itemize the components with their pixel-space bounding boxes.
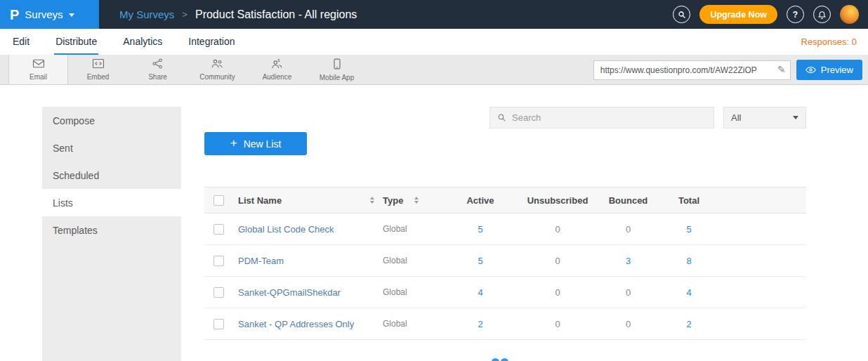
community-icon (211, 58, 224, 72)
sidebar-item-lists[interactable]: Lists (42, 189, 181, 216)
toolbar-item-email[interactable]: Email (8, 55, 68, 84)
sidebar-item-templates[interactable]: Templates (42, 216, 181, 244)
total-count[interactable]: 5 (659, 224, 719, 235)
chevron-down-icon (69, 13, 74, 17)
help-icon[interactable]: ? (787, 6, 804, 23)
edit-pencil-icon[interactable]: ✎ (777, 64, 786, 75)
mobile-app-icon (333, 58, 341, 72)
toolbar-item-share[interactable]: Share (128, 55, 188, 84)
active-count[interactable]: 5 (443, 224, 518, 235)
total-count[interactable]: 2 (659, 319, 719, 329)
bounced-count: 0 (598, 319, 659, 329)
lists-table: List Name Type Active Unsubscribed Bounc… (204, 187, 806, 340)
row-checkbox[interactable] (213, 319, 224, 329)
table-header-row: List Name Type Active Unsubscribed Bounc… (204, 187, 806, 214)
breadcrumb-my-surveys[interactable]: My Surveys (119, 8, 174, 20)
share-icon (152, 58, 164, 72)
active-count[interactable]: 2 (443, 319, 518, 329)
tab-distribute[interactable]: Distribute (54, 29, 98, 55)
main-content: Compose Sent Scheduled Lists Templates A… (0, 86, 868, 361)
survey-url-field: ✎ (593, 60, 791, 80)
unsubscribed-count: 0 (518, 224, 598, 235)
filter-value: All (731, 112, 741, 123)
toolbar-item-label: Mobile App (320, 74, 354, 81)
top-header: P Surveys My Surveys > Product Satisfact… (0, 0, 868, 29)
total-count[interactable]: 8 (659, 256, 719, 266)
table-row: PDM-Team Global 5 0 3 8 (204, 245, 806, 277)
search-icon[interactable] (673, 6, 690, 23)
search-box (489, 107, 714, 129)
table-row: Global List Code Check Global 5 0 0 5 (204, 214, 806, 245)
list-type: Global (383, 319, 407, 329)
bounced-count: 0 (598, 224, 659, 235)
list-name-link[interactable]: Global List Code Check (238, 224, 334, 235)
distribute-sidebar: Compose Sent Scheduled Lists Templates (42, 107, 181, 361)
active-count[interactable]: 5 (443, 256, 518, 266)
survey-url-input[interactable] (593, 60, 791, 80)
list-name-link[interactable]: PDM-Team (238, 256, 284, 266)
plus-icon: + (230, 136, 237, 150)
toolbar-item-label: Community (199, 73, 235, 81)
column-header-total: Total (659, 195, 719, 206)
tab-analytics[interactable]: Analytics (121, 29, 164, 55)
product-switcher[interactable]: P Surveys (0, 0, 99, 29)
toolbar-item-mobile-app[interactable]: Mobile App (307, 55, 367, 84)
row-checkbox[interactable] (213, 287, 224, 298)
column-header-unsubscribed: Unsubscribed (518, 195, 598, 206)
preview-button[interactable]: Preview (796, 60, 862, 80)
list-name-link[interactable]: Sanket - QP Addresses Only (238, 319, 354, 329)
sidebar-item-compose[interactable]: Compose (42, 107, 181, 134)
column-header-list-name[interactable]: List Name (238, 195, 282, 206)
svg-text:$: $ (277, 58, 280, 63)
toolbar-item-label: Embed (87, 73, 110, 81)
search-icon (497, 113, 506, 122)
sidebar-item-sent[interactable]: Sent (42, 134, 181, 162)
new-list-label: New List (244, 138, 282, 150)
email-icon (32, 58, 45, 72)
page-title: Product Satisfaction - All regions (195, 8, 357, 21)
sort-icon[interactable] (414, 197, 419, 204)
column-header-active: Active (443, 195, 518, 206)
tab-edit[interactable]: Edit (11, 29, 31, 55)
new-list-button[interactable]: + New List (204, 132, 307, 155)
active-count[interactable]: 4 (443, 287, 518, 298)
embed-icon (92, 58, 105, 72)
toolbar-item-audience[interactable]: $ Audience (247, 55, 307, 84)
list-type: Global (383, 224, 407, 234)
toolbar-item-label: Share (148, 73, 167, 81)
toolbar-item-label: Email (29, 73, 47, 81)
column-header-type[interactable]: Type (383, 195, 403, 206)
breadcrumb-separator: > (182, 9, 188, 20)
partial-icon (492, 358, 508, 361)
table-row: Sanket-QPGmailShekdar Global 4 0 0 4 (204, 277, 806, 308)
search-input[interactable] (512, 112, 706, 123)
distribute-toolbar: Email Embed Share Community $ Audience M… (0, 55, 868, 85)
panel-top-controls: All (204, 107, 806, 129)
upgrade-now-button[interactable]: Upgrade Now (699, 5, 777, 24)
bounced-count: 0 (598, 287, 659, 298)
responses-count[interactable]: Responses: 0 (801, 37, 857, 47)
preview-label: Preview (821, 65, 853, 75)
eye-icon (805, 66, 816, 74)
row-checkbox[interactable] (213, 224, 224, 235)
sidebar-item-scheduled[interactable]: Scheduled (42, 162, 181, 189)
user-avatar[interactable] (840, 5, 859, 24)
sort-icon[interactable] (370, 197, 374, 204)
notifications-bell-icon[interactable] (813, 6, 831, 23)
toolbar-item-community[interactable]: Community (188, 55, 247, 84)
toolbar-right-controls: ✎ Preview (593, 60, 862, 80)
column-header-bounced: Bounced (598, 195, 659, 206)
product-name: Surveys (25, 8, 63, 20)
select-all-checkbox[interactable] (213, 195, 224, 206)
bounced-count[interactable]: 3 (598, 256, 659, 266)
table-row: Sanket - QP Addresses Only Global 2 0 0 … (204, 308, 806, 340)
tab-integration[interactable]: Integration (187, 29, 236, 55)
list-filter-dropdown[interactable]: All (723, 107, 806, 129)
topbar-actions: Upgrade Now ? (673, 5, 868, 24)
total-count[interactable]: 4 (659, 287, 719, 298)
list-type: Global (383, 256, 407, 265)
toolbar-item-embed[interactable]: Embed (68, 55, 128, 84)
list-type: Global (383, 287, 407, 297)
list-name-link[interactable]: Sanket-QPGmailShekdar (238, 287, 341, 298)
row-checkbox[interactable] (213, 256, 224, 266)
